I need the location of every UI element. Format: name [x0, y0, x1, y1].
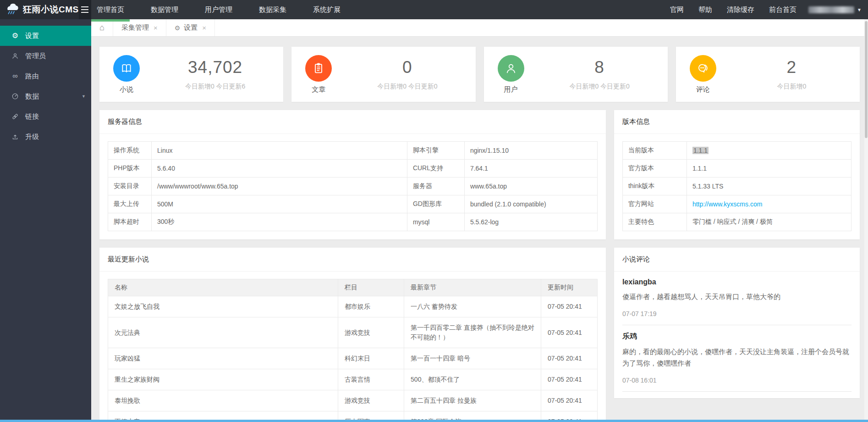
- kv-key: PHP版本: [108, 160, 152, 178]
- kv-value: 300秒: [152, 213, 407, 231]
- stat-card-users: 用户 8 今日新增0 今日更新0: [484, 47, 668, 102]
- rain-cloud-icon: [5, 4, 19, 16]
- stat-sub: 今日新增0: [730, 83, 853, 91]
- kv-value: 零门槛 / 响应式 / 清爽 / 极简: [687, 213, 851, 231]
- kv-value: 5.1.33 LTS: [687, 178, 851, 195]
- link-help[interactable]: 帮助: [691, 0, 720, 19]
- stat-value: 8: [538, 58, 661, 77]
- kv-value: 5.5.62-log: [464, 213, 597, 231]
- sidebar-item-links[interactable]: 链接: [0, 106, 91, 127]
- kv-key: 官方版本: [622, 160, 687, 178]
- sidebar-item-upgrade[interactable]: 升级: [0, 127, 91, 147]
- novel-name: 次元法典: [108, 317, 338, 348]
- nav-item-data-collect[interactable]: 数据采集: [253, 0, 292, 19]
- server-info-table: 操作系统Linux 脚本引擎nginx/1.15.10 PHP版本5.6.40 …: [108, 141, 598, 231]
- close-icon[interactable]: ×: [154, 24, 158, 32]
- sidebar-item-label: 管理员: [25, 52, 46, 61]
- close-icon[interactable]: ×: [202, 24, 206, 32]
- kv-value: www.65a.top: [464, 178, 597, 195]
- link-clear-cache[interactable]: 清除缓存: [720, 0, 762, 19]
- app-logo: 狂雨小说CMS: [0, 0, 91, 19]
- comment-text: 麻的，看的最闹心的小说，傻嘿作者，天天没让主角装逼，注册个会员号就为了骂你，傻嘿…: [622, 346, 852, 369]
- table-row: think版本 5.1.33 LTS: [622, 178, 851, 195]
- vertical-scrollbar[interactable]: [864, 19, 868, 422]
- user-menu[interactable]: ▼: [804, 0, 868, 19]
- kv-value: nginx/1.15.10: [464, 142, 597, 160]
- table-row: 脚本超时300秒 mysql5.5.62-log: [108, 213, 598, 231]
- panel-title: 版本信息: [614, 110, 860, 134]
- sidebar-item-data[interactable]: 数据 ▼: [0, 86, 91, 106]
- tab-settings[interactable]: ⚙ 设置 ×: [166, 19, 215, 36]
- official-website-link[interactable]: http://www.kyxscms.com: [692, 200, 762, 208]
- sidebar-item-routes[interactable]: ∞ 路由: [0, 66, 91, 86]
- nav-item-user-manage[interactable]: 用户管理: [199, 0, 238, 19]
- kv-value: 5.6.40: [152, 160, 407, 178]
- sidebar-item-label: 数据: [25, 92, 39, 101]
- current-version-highlight: 1.1.1: [692, 147, 709, 154]
- novel-latest-chapter: 第二百五十四章 拉曼族: [404, 390, 541, 411]
- stat-card-novels: 小说 34,702 今日新增0 今日更新6: [99, 47, 283, 102]
- novel-update-time: 07-05 20:41: [541, 296, 598, 317]
- bottom-row: 最近更新小说 名称 栏目 最新章节 更新时间 文娱之放飞自我都市娱乐 一八六 蓄…: [99, 248, 860, 422]
- nav-item-data-manage[interactable]: 数据管理: [145, 0, 184, 19]
- sidebar-item-label: 设置: [25, 32, 39, 40]
- chevron-down-icon: ▼: [82, 94, 86, 99]
- column-header: 名称: [108, 279, 338, 296]
- topbar: 狂雨小说CMS 管理首页 数据管理 用户管理 数据采集 系统扩展 官网 帮助 清…: [0, 0, 868, 19]
- kv-key: 官方网站: [622, 195, 687, 213]
- sidebar-item-settings[interactable]: ⚙ 设置: [0, 26, 91, 46]
- kv-key: think版本: [622, 178, 687, 195]
- novel-update-time: 07-05 20:41: [541, 369, 598, 390]
- kv-key: 主要特色: [622, 213, 687, 231]
- comment-text: 傻逼作者，越看越想骂人，天天吊胃口，草他大爷的: [622, 291, 852, 303]
- table-row: PHP版本5.6.40 CURL支持7.64.1: [108, 160, 598, 178]
- sidebar-item-label: 升级: [25, 133, 39, 141]
- novel-category: 都市娱乐: [338, 296, 404, 317]
- comment-date: 07-07 17:19: [622, 310, 852, 317]
- stat-label: 文章: [312, 85, 325, 94]
- comment-item: 乐鸡 麻的，看的最闹心的小说，傻嘿作者，天天没让主角装逼，注册个会员号就为了骂你…: [622, 325, 852, 392]
- home-icon: ⌂: [99, 23, 104, 33]
- link-front-home[interactable]: 前台首页: [762, 0, 804, 19]
- main-content: 小说 34,702 今日新增0 今日更新6 文章 0 今日新增0 今日更新0: [91, 37, 864, 422]
- panel-title: 服务器信息: [99, 110, 606, 134]
- topbar-right: 官网 帮助 清除缓存 前台首页 ▼: [663, 0, 868, 19]
- table-row: 最大上传500M GD图形库bundled (2.1.0 compatible): [108, 195, 598, 213]
- comment-item: lexiangba 傻逼作者，越看越想骂人，天天吊胃口，草他大爷的 07-07 …: [622, 272, 852, 325]
- kv-value: 1.1.1: [687, 160, 851, 178]
- novel-update-time: 07-05 20:41: [541, 390, 598, 411]
- tab-home[interactable]: ⌂: [91, 19, 113, 36]
- data-gauge-icon: [11, 92, 19, 100]
- kv-value: 500M: [152, 195, 407, 213]
- recent-novels-table: 名称 栏目 最新章节 更新时间 文娱之放飞自我都市娱乐 一八六 蓄势待发07-0…: [108, 279, 598, 422]
- novel-name: 重生之家族财阀: [108, 369, 338, 390]
- tab-collect-manage[interactable]: 采集管理 ×: [113, 19, 166, 36]
- route-infinity-icon: ∞: [11, 72, 19, 80]
- kv-key: 当前版本: [622, 142, 687, 160]
- stats-row: 小说 34,702 今日新增0 今日更新6 文章 0 今日新增0 今日更新0: [99, 47, 860, 102]
- novel-name: 文娱之放飞自我: [108, 296, 338, 317]
- menu-toggle-icon[interactable]: [79, 0, 91, 19]
- table-row: 文娱之放飞自我都市娱乐 一八六 蓄势待发07-05 20:41: [108, 296, 598, 317]
- column-header: 更新时间: [541, 279, 598, 296]
- nav-item-admin-home[interactable]: 管理首页: [91, 0, 130, 19]
- table-row: 次元法典游戏竞技 第一千四百零二章 直接莽（抽不到玲是绝对不可能的！）07-05…: [108, 317, 598, 348]
- novel-name: 玩家凶猛: [108, 348, 338, 369]
- top-nav: 管理首页 数据管理 用户管理 数据采集 系统扩展: [91, 0, 362, 19]
- sidebar-item-admins[interactable]: 管理员: [0, 46, 91, 66]
- kv-value: bundled (2.1.0 compatible): [464, 195, 597, 213]
- version-info-table: 当前版本 1.1.1 官方版本 1.1.1 think版本 5.1.33 LTS…: [622, 141, 852, 231]
- stat-sub: 今日新增0 今日更新0: [538, 83, 661, 91]
- table-row: 重生之家族财阀古装言情 500、都顶不住了07-05 20:41: [108, 369, 598, 390]
- link-official-site[interactable]: 官网: [663, 0, 691, 19]
- table-header-row: 名称 栏目 最新章节 更新时间: [108, 279, 598, 296]
- kv-key: CURL支持: [407, 160, 464, 178]
- novel-category: 科幻末日: [338, 348, 404, 369]
- table-row: 官方版本 1.1.1: [622, 160, 851, 178]
- novel-name: 泰坦挽歌: [108, 390, 338, 411]
- scrollbar-thumb[interactable]: [865, 21, 868, 138]
- comment-author: 乐鸡: [622, 332, 852, 341]
- stat-sub: 今日新增0 今日更新6: [154, 83, 277, 91]
- nav-item-system-extend[interactable]: 系统扩展: [308, 0, 346, 19]
- kv-key: mysql: [407, 213, 464, 231]
